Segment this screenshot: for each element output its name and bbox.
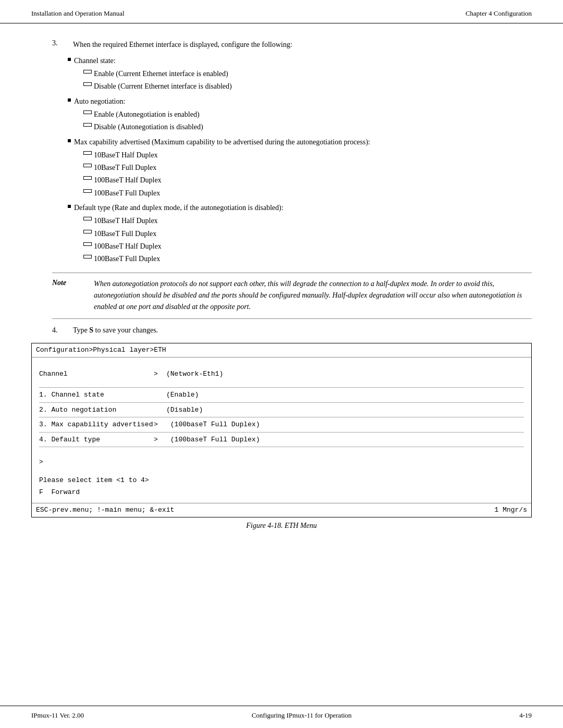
bullet-item-default-type: Default type (Rate and duplex mode, if t… — [68, 202, 532, 213]
terminal-footer-right: 1 Mngr/s — [495, 504, 527, 516]
terminal-blank — [39, 380, 524, 386]
terminal-footer-left: ESC-prev.menu; !-main menu; &-exit — [36, 504, 174, 516]
bullet-max-cap-label: Max capability advertised (Maximum capab… — [74, 137, 370, 147]
header-right: Chapter 4 Configuration — [466, 9, 532, 18]
terminal-select-text: Please select item <1 to 4> — [39, 474, 149, 486]
bullet-channel-state: Channel state: Enable (Current Ethernet … — [68, 55, 532, 93]
terminal-header: Configuration>Physical layer>ETH — [32, 343, 531, 357]
page-header: Installation and Operation Manual Chapte… — [0, 0, 563, 23]
sub-bullet-item: Disable (Autonegotiation is disabled) — [83, 121, 532, 133]
terminal-row-3-value: (100baseT Full Duplex) — [166, 418, 260, 430]
step4-number: 4. — [52, 326, 73, 335]
bullet-max-cap: Max capability advertised (Maximum capab… — [68, 137, 532, 200]
sub-bullet-item: 100BaseT Half Duplex — [83, 175, 532, 186]
step4-text-before: Type — [73, 326, 89, 334]
terminal-row-2-arrow — [154, 404, 166, 416]
sub-bullet-default-type-4: 100BaseT Full Duplex — [94, 253, 160, 265]
terminal-row-4-label: 4. Default type — [39, 434, 154, 446]
terminal-blank — [39, 448, 524, 454]
step4: 4. Type S to save your changes. — [52, 326, 532, 335]
sub-bullet-item: 100BaseT Full Duplex — [83, 253, 532, 265]
sub-bullet-default-type: 10BaseT Half Duplex 10BaseT Full Duplex … — [83, 215, 532, 265]
sub-bullet-channel-state: Enable (Current Ethernet interface is en… — [83, 68, 532, 93]
note-section: Note When autonegotiation protocols do n… — [52, 273, 532, 319]
sub-bullet-marker-icon — [83, 176, 92, 180]
terminal-row-2-value: (Disable) — [166, 404, 203, 416]
page-footer: IPmux-11 Ver. 2.00 Configuring IPmux-11 … — [0, 706, 563, 728]
sub-bullet-max-cap-4: 100BaseT Full Duplex — [94, 188, 160, 199]
terminal-divider — [39, 447, 524, 447]
bullet-auto-neg: Auto negotiation: Enable (Autonegotiatio… — [68, 96, 532, 133]
sub-bullet-item: 100BaseT Full Duplex — [83, 188, 532, 199]
sub-bullet-auto-neg: Enable (Autonegotiation is enabled) Disa… — [83, 109, 532, 133]
sub-bullet-channel-enable: Enable (Current Ethernet interface is en… — [94, 68, 228, 80]
sub-bullet-marker-icon — [83, 110, 92, 114]
sub-bullet-max-cap: 10BaseT Half Duplex 10BaseT Full Duplex … — [83, 150, 532, 200]
sub-bullet-default-type-1: 10BaseT Half Duplex — [94, 215, 158, 227]
terminal-divider — [39, 387, 524, 388]
footer-center: Configuring IPmux-11 for Operation — [252, 711, 352, 720]
sub-bullet-auto-enable: Enable (Autonegotiation is enabled) — [94, 109, 200, 120]
bullet-item-channel-state: Channel state: — [68, 55, 532, 66]
terminal-row-3-arrow: > — [154, 418, 166, 430]
sub-bullet-channel-disable: Disable (Current Ethernet interface is d… — [94, 81, 232, 92]
sub-bullet-item: 10BaseT Full Duplex — [83, 228, 532, 240]
header-left: Installation and Operation Manual — [31, 9, 125, 18]
bullet-default-type-label: Default type (Rate and duplex mode, if t… — [74, 202, 284, 213]
terminal-blank — [39, 362, 524, 368]
sub-bullet-max-cap-3: 100BaseT Half Duplex — [94, 175, 162, 186]
sub-bullet-max-cap-1: 10BaseT Half Duplex — [94, 150, 158, 161]
step4-key: S — [89, 326, 93, 334]
sub-bullet-item: Enable (Autonegotiation is enabled) — [83, 109, 532, 120]
sub-bullet-marker-icon — [83, 255, 92, 258]
sub-bullet-item: 10BaseT Half Duplex — [83, 215, 532, 227]
footer-left: IPmux-11 Ver. 2.00 — [31, 711, 84, 720]
terminal-prompt: > — [39, 456, 524, 468]
terminal-row-4-arrow: > — [154, 434, 166, 446]
bullet-channel-state-label: Channel state: — [74, 55, 116, 66]
sub-bullet-item: 100BaseT Half Duplex — [83, 241, 532, 252]
bullet-auto-neg-label: Auto negotiation: — [74, 96, 125, 107]
terminal-box: Configuration>Physical layer>ETH Channel… — [31, 343, 532, 517]
sub-bullet-marker-icon — [83, 123, 92, 127]
bullet-square-icon — [68, 205, 71, 208]
terminal-row-1: 1. Channel state (Enable) — [39, 389, 524, 401]
sub-bullet-marker-icon — [83, 164, 92, 167]
sub-bullet-marker-icon — [83, 189, 92, 193]
bullet-item-max-cap: Max capability advertised (Maximum capab… — [68, 137, 532, 147]
sub-bullet-marker-icon — [83, 82, 92, 86]
step3-text: When the required Ethernet interface is … — [73, 39, 292, 50]
sub-bullet-marker-icon — [83, 70, 92, 73]
terminal-row-2: 2. Auto negotiation (Disable) — [39, 404, 524, 416]
terminal-row-3: 3. Max capability advertised > (100baseT… — [39, 418, 524, 430]
terminal-row-4: 4. Default type > (100baseT Full Duplex) — [39, 434, 524, 446]
terminal-row-4-value: (100baseT Full Duplex) — [166, 434, 260, 446]
terminal-select-row: Please select item <1 to 4> — [39, 474, 524, 486]
step4-text: Type S to save your changes. — [73, 326, 158, 335]
terminal-row-1-arrow — [154, 389, 166, 401]
terminal-row-3-label: 3. Max capability advertised — [39, 418, 154, 430]
bullet-square-icon — [68, 58, 71, 61]
sub-bullet-item: Enable (Current Ethernet interface is en… — [83, 68, 532, 80]
bullet-item-auto-neg: Auto negotiation: — [68, 96, 532, 107]
terminal-body: Channel > (Network-Eth1) 1. Channel stat… — [32, 357, 531, 502]
sub-bullet-item: 10BaseT Full Duplex — [83, 162, 532, 174]
sub-bullet-marker-icon — [83, 230, 92, 233]
sub-bullet-max-cap-2: 10BaseT Full Duplex — [94, 162, 156, 174]
terminal-channel-arrow: > — [154, 368, 166, 380]
main-content: 3. When the required Ethernet interface … — [0, 23, 563, 706]
terminal-divider — [39, 402, 524, 403]
step3-number: 3. — [52, 39, 73, 50]
bullet-square-icon — [68, 98, 71, 102]
figure-caption: Figure 4-18. ETH Menu — [31, 522, 532, 530]
step3: 3. When the required Ethernet interface … — [52, 39, 532, 50]
footer-right: 4-19 — [519, 711, 532, 720]
sub-bullet-marker-icon — [83, 217, 92, 220]
note-label: Note — [52, 278, 94, 313]
terminal-forward-label: F — [39, 486, 43, 498]
note-text: When autonegotiation protocols do not su… — [94, 278, 532, 313]
bullet-square-icon — [68, 139, 71, 142]
sub-bullet-item: 10BaseT Half Duplex — [83, 150, 532, 161]
terminal-forward-text: Forward — [51, 486, 80, 498]
terminal-divider — [39, 432, 524, 433]
